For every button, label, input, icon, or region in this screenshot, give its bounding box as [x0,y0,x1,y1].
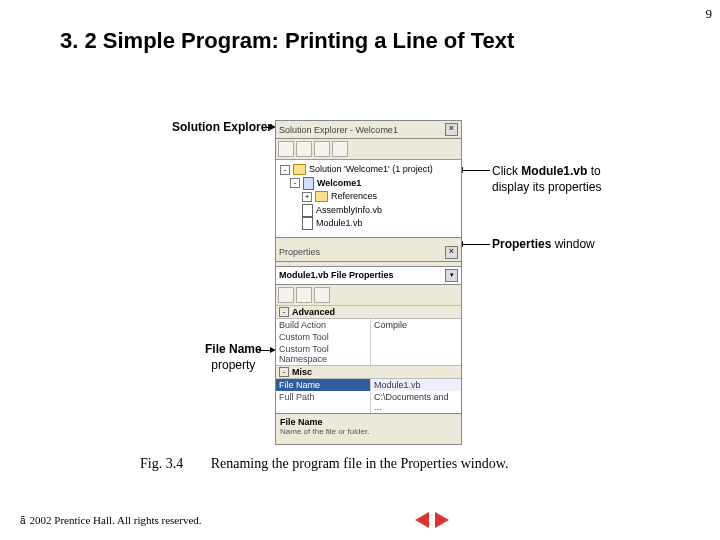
property-row[interactable]: Custom Tool [276,331,461,343]
footer-text: 2002 Prentice Hall. All rights reserved. [30,514,202,526]
property-value[interactable] [371,343,461,365]
property-name: Full Path [276,391,371,413]
toolbar-button[interactable] [296,141,312,157]
property-row[interactable]: Full Path C:\Documents and ... [276,391,461,413]
properties-toolbar [276,285,461,305]
text-bold: File Name [205,342,262,356]
toolbar-button[interactable] [314,287,330,303]
property-name: Custom Tool Namespace [276,343,371,365]
folder-icon [315,191,328,202]
tree-row-module[interactable]: Module1.vb [280,217,457,231]
category-label: Misc [292,367,312,377]
property-value: C:\Documents and ... [371,391,461,413]
tree-row-references[interactable]: + References [280,190,457,204]
tree-row-assembly[interactable]: AssemblyInfo.vb [280,204,457,218]
text-bold: Module1.vb [521,164,587,178]
footer-copyright: ã 2002 Prentice Hall. All rights reserve… [20,514,202,526]
callout-solution-explorer: Solution Explorer [172,120,272,136]
arrow-line [462,244,490,245]
page-title: 3. 2 Simple Program: Printing a Line of … [60,28,514,54]
property-name: File Name [276,379,371,391]
help-title: File Name [280,417,457,427]
property-row-filename[interactable]: File Name Module1.vb [276,379,461,391]
text: window [555,237,595,251]
collapse-icon[interactable]: - [279,307,289,317]
figure-number: Fig. 3.4 [140,456,183,471]
close-icon[interactable]: × [445,123,458,136]
toolbar-button[interactable] [296,287,312,303]
property-value[interactable]: Compile [371,319,461,331]
project-icon [303,177,314,190]
combo-text: Module1.vb File Properties [279,270,394,280]
prev-slide-button[interactable] [415,512,429,528]
file-icon [302,204,313,217]
text: to [591,164,601,178]
tree-label: Welcome1 [317,177,361,191]
property-value[interactable]: Module1.vb [371,379,461,391]
property-row[interactable]: Custom Tool Namespace [276,343,461,365]
toolbar-button[interactable] [278,141,294,157]
tree-label: AssemblyInfo.vb [316,204,382,218]
figure-text: Renaming the program file in the Propert… [211,456,509,471]
text: property [211,358,255,372]
solution-explorer-titlebar: Solution Explorer - Welcome1 × [276,121,461,139]
file-icon [302,217,313,230]
panel-title-text: Properties [279,247,320,257]
copyright-icon: ã [20,515,26,526]
expand-icon[interactable]: + [302,192,312,202]
properties-help-pane: File Name Name of the file or folder. [276,413,461,444]
solution-tree: - Solution 'Welcome1' (1 project) - Welc… [276,160,461,238]
solution-icon [293,164,306,175]
arrow-line [462,170,490,171]
nav-arrows [415,512,449,528]
callout-click-module: Click Module1.vb to display its properti… [492,164,601,195]
figure-caption: Fig. 3.4 Renaming the program file in th… [140,456,508,472]
properties-titlebar: Properties × [276,244,461,262]
callout-properties-window: Properties window [492,237,595,253]
chevron-down-icon[interactable]: ▾ [445,269,458,282]
tree-label: Solution 'Welcome1' (1 project) [309,163,433,177]
next-slide-button[interactable] [435,512,449,528]
property-category[interactable]: - Misc [276,365,461,379]
text-bold: Properties [492,237,551,251]
page-number: 9 [706,6,713,22]
property-category[interactable]: - Advanced [276,305,461,319]
property-name: Custom Tool [276,331,371,343]
category-label: Advanced [292,307,335,317]
toolbar-button[interactable] [332,141,348,157]
property-name: Build Action [276,319,371,331]
collapse-icon[interactable]: - [279,367,289,377]
close-icon[interactable]: × [445,246,458,259]
tree-label: References [331,190,377,204]
callout-file-name: File Name property [205,342,262,373]
properties-object-combo[interactable]: Module1.vb File Properties ▾ [276,266,461,285]
panel-title-text: Solution Explorer - Welcome1 [279,125,398,135]
text: display its properties [492,180,601,194]
property-row[interactable]: Build Action Compile [276,319,461,331]
properties-grid: - Advanced Build Action Compile Custom T… [276,305,461,413]
text: Click [492,164,518,178]
tree-row-solution[interactable]: - Solution 'Welcome1' (1 project) [280,163,457,177]
toolbar-button[interactable] [314,141,330,157]
toolbar-button[interactable] [278,287,294,303]
tree-row-project[interactable]: - Welcome1 [280,177,457,191]
property-value[interactable] [371,331,461,343]
solution-explorer-toolbar [276,139,461,160]
tree-label: Module1.vb [316,217,363,231]
expand-icon[interactable]: - [280,165,290,175]
expand-icon[interactable]: - [290,178,300,188]
help-text: Name of the file or folder. [280,427,457,436]
screenshot-panel: Solution Explorer - Welcome1 × - Solutio… [275,120,462,445]
